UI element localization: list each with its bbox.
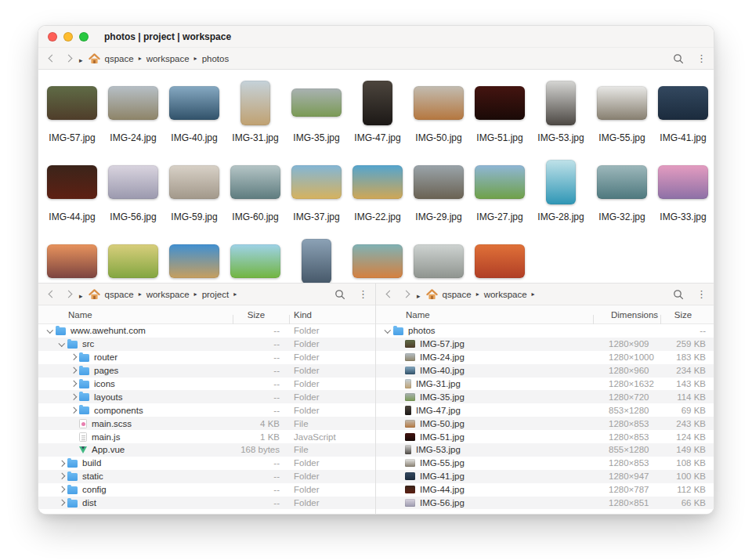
photo-item[interactable]: IMG-59.jpg (164, 157, 225, 223)
file-tree-row[interactable]: router -- Folder (38, 351, 375, 364)
breadcrumb-item[interactable]: qspace (105, 54, 146, 63)
search-icon[interactable] (673, 53, 684, 64)
photo-thumbnail[interactable] (475, 86, 525, 120)
photo-item[interactable]: IMG-31.jpg (225, 78, 286, 144)
back-icon[interactable] (49, 291, 56, 298)
photo-thumbnail[interactable] (108, 86, 158, 120)
photo-item[interactable]: IMG-33.jpg (653, 157, 714, 223)
photo-thumbnail[interactable] (291, 165, 342, 199)
photo-list-row[interactable]: IMG-44.jpg 1280×787 112 KB (376, 483, 714, 497)
photo-item[interactable]: IMG-60.jpg (225, 157, 286, 223)
photo-item[interactable]: IMG-32.jpg (591, 157, 653, 223)
file-tree-row[interactable]: src -- Folder (38, 338, 375, 351)
photo-thumbnail[interactable] (658, 165, 708, 199)
file-tree-row[interactable]: main.scss 4 KB File (38, 417, 375, 430)
forward-icon[interactable] (65, 55, 73, 63)
photo-item[interactable]: IMG-24.jpg (103, 78, 164, 144)
photo-item[interactable]: IMG-41.jpg (653, 78, 714, 144)
photo-list-row[interactable]: IMG-41.jpg 1280×947 100 KB (376, 470, 714, 483)
photo-thumbnail[interactable] (169, 86, 219, 120)
breadcrumb-item[interactable]: photos (202, 54, 230, 63)
photo-thumbnail[interactable] (363, 81, 392, 125)
photo-thumbnail[interactable] (546, 81, 576, 125)
photo-item[interactable]: IMG-29.jpg (408, 157, 469, 223)
photo-item[interactable]: IMG-47.jpg (347, 78, 408, 144)
photo-list-row[interactable]: IMG-51.jpg 1280×853 124 KB (376, 430, 714, 443)
photo-thumbnail[interactable] (475, 244, 525, 278)
titlebar[interactable]: photos | project | workspace (38, 26, 714, 48)
breadcrumb-item[interactable]: workspace (146, 290, 202, 299)
photo-thumbnail[interactable] (230, 165, 280, 199)
photo-list-row[interactable]: IMG-40.jpg 1280×960 234 KB (376, 364, 714, 378)
more-options-icon[interactable]: ⋮ (696, 52, 706, 64)
disclosure-chevron-icon[interactable] (56, 500, 67, 505)
photo-thumbnail[interactable] (108, 244, 158, 278)
photo-list-row[interactable]: IMG-31.jpg 1280×1632 143 KB (376, 378, 714, 391)
photo-thumbnail[interactable] (352, 165, 403, 199)
photo-thumbnail[interactable] (546, 160, 576, 204)
file-tree-row[interactable]: config -- Folder (38, 483, 375, 497)
breadcrumb-item[interactable]: qspace (443, 290, 484, 299)
photo-list-row[interactable]: photos -- (376, 324, 714, 338)
photo-item[interactable] (408, 236, 469, 283)
back-icon[interactable] (386, 291, 394, 298)
disclosure-chevron-icon[interactable] (56, 474, 67, 479)
photo-thumbnail[interactable] (352, 244, 403, 278)
column-header-size[interactable]: Size (233, 310, 280, 320)
photo-item[interactable] (164, 236, 225, 283)
photo-item[interactable]: IMG-50.jpg (408, 78, 469, 144)
photo-list-row[interactable]: IMG-53.jpg 855×1280 149 KB (376, 443, 714, 457)
breadcrumb-item[interactable]: workspace (146, 54, 202, 63)
photo-thumbnail[interactable] (230, 244, 280, 278)
disclosure-chevron-icon[interactable] (56, 461, 67, 466)
disclosure-chevron-icon[interactable] (56, 487, 67, 492)
photo-thumbnail[interactable] (291, 89, 342, 117)
photo-item[interactable]: IMG-55.jpg (591, 78, 653, 144)
home-icon[interactable] (89, 53, 100, 64)
photo-item[interactable]: IMG-53.jpg (530, 78, 591, 144)
file-tree-row[interactable]: layouts -- Folder (38, 390, 375, 403)
disclosure-chevron-icon[interactable] (68, 355, 79, 359)
column-header-kind[interactable]: Kind (289, 310, 367, 320)
photo-item[interactable]: IMG-40.jpg (164, 78, 225, 144)
file-tree-row[interactable]: App.vue 168 bytes File (38, 443, 375, 457)
disclosure-chevron-icon[interactable] (56, 342, 67, 347)
photo-thumbnail[interactable] (414, 165, 464, 199)
disclosure-chevron-icon[interactable] (68, 395, 79, 399)
file-tree-row[interactable]: dist -- Folder (38, 497, 375, 510)
photo-item[interactable] (286, 236, 347, 283)
photo-item[interactable] (103, 236, 164, 283)
photo-item[interactable]: IMG-57.jpg (42, 78, 103, 144)
photo-item[interactable]: IMG-56.jpg (103, 157, 164, 223)
photo-thumbnail[interactable] (302, 239, 331, 284)
photo-list-row[interactable]: IMG-47.jpg 853×1280 69 KB (376, 403, 714, 417)
disclosure-chevron-icon[interactable] (68, 368, 79, 373)
zoom-button[interactable] (79, 32, 89, 42)
photo-thumbnail[interactable] (47, 165, 97, 199)
photo-item[interactable]: IMG-51.jpg (469, 78, 530, 144)
close-button[interactable] (48, 32, 57, 42)
more-options-icon[interactable]: ⋮ (358, 288, 367, 300)
file-tree-row[interactable]: build -- Folder (38, 457, 375, 470)
photo-item[interactable]: IMG-44.jpg (42, 157, 103, 223)
file-tree-row[interactable]: components -- Folder (38, 403, 375, 417)
breadcrumb-item[interactable]: workspace (484, 290, 540, 299)
photo-thumbnail[interactable] (414, 244, 464, 278)
search-icon[interactable] (673, 289, 684, 300)
photo-list-row[interactable]: IMG-56.jpg 1280×851 66 KB (376, 497, 714, 510)
column-header-name[interactable]: Name (45, 310, 233, 320)
forward-icon[interactable] (65, 291, 73, 298)
photo-thumbnail[interactable] (240, 81, 270, 125)
photo-item[interactable] (469, 236, 530, 283)
breadcrumb-item[interactable]: project (202, 290, 242, 299)
file-tree-row[interactable]: icons -- Folder (38, 378, 375, 391)
photo-item[interactable]: IMG-27.jpg (469, 157, 530, 223)
file-tree-row[interactable]: www.awehunt.com -- Folder (38, 324, 375, 338)
photo-thumbnail[interactable] (169, 165, 219, 199)
photo-item[interactable]: IMG-35.jpg (286, 78, 347, 144)
photo-thumbnail[interactable] (658, 86, 708, 120)
photo-item[interactable] (225, 236, 286, 283)
minimize-button[interactable] (63, 32, 73, 42)
photo-thumbnail[interactable] (414, 86, 464, 120)
photo-item[interactable]: IMG-28.jpg (530, 157, 591, 223)
